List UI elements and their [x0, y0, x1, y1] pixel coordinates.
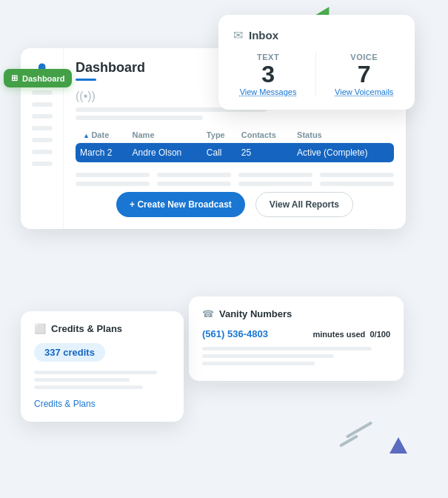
ph-cell-2 — [157, 173, 231, 177]
cell-status: Active (Complete) — [292, 143, 394, 163]
sidebar-item-dashboard[interactable]: ⊞ Dashboard — [4, 69, 72, 87]
ph-row-1 — [76, 173, 394, 177]
inbox-icon: ✉ — [233, 28, 243, 42]
cell-date: March 2 — [76, 143, 128, 163]
vanity-header: ☎ Vanity Numbers — [202, 308, 390, 319]
inbox-divider — [315, 53, 316, 96]
credits-badge: 337 credits — [34, 343, 105, 362]
credits-ph-lines — [34, 371, 170, 389]
inbox-columns: TEXT 3 View Messages VOICE 7 View Voicem… — [233, 53, 400, 96]
credits-card: ⬜ Credits & Plans 337 credits Credits & … — [21, 311, 184, 422]
credits-plans-link[interactable]: Credits & Plans — [34, 399, 96, 409]
ph-cell-6 — [157, 182, 231, 186]
ph-cell-5 — [76, 182, 150, 186]
sidebar-ph-4 — [32, 126, 53, 130]
action-buttons: + Create New Broadcast View All Reports — [76, 192, 394, 217]
ph-line-2 — [76, 116, 203, 120]
inbox-header: ✉ Inbox — [233, 28, 400, 42]
ph-row-2 — [76, 182, 394, 186]
credits-header: ⬜ Credits & Plans — [34, 323, 170, 334]
vanity-number-row: (561) 536-4803 minutes used 0/100 — [202, 328, 390, 339]
phone-icon: ☎ — [202, 308, 214, 319]
credits-title: Credits & Plans — [51, 323, 122, 334]
vanity-card: ☎ Vanity Numbers (561) 536-4803 minutes … — [189, 296, 404, 381]
ph-cell-4 — [320, 173, 394, 177]
col-date-label: Date — [91, 130, 109, 139]
cell-contacts: 25 — [237, 143, 292, 163]
sidebar-ph-5 — [32, 138, 53, 142]
minutes-label: minutes used — [312, 330, 365, 339]
credits-icon: ⬜ — [34, 323, 46, 334]
sidebar-ph-3 — [32, 114, 53, 119]
text-count: 3 — [240, 62, 297, 87]
ph-cell-8 — [320, 182, 394, 186]
vanity-title: Vanity Numbers — [219, 308, 292, 319]
cell-name: Andre Olson — [128, 143, 202, 163]
ph-cell-1 — [76, 173, 150, 177]
vanity-phone-number[interactable]: (561) 536-4803 — [202, 328, 268, 339]
deco-line-1 — [346, 421, 373, 438]
dashboard-grid-icon: ⊞ — [11, 73, 18, 83]
col-name: Name — [128, 127, 202, 143]
sidebar-ph-7 — [32, 162, 53, 166]
col-date: ▲ Date — [76, 127, 128, 143]
vanity-ph-lines — [202, 347, 390, 365]
vanity-minutes: minutes used 0/100 — [312, 330, 390, 339]
ph-cell-3 — [238, 173, 312, 177]
deco-triangle-bottom — [390, 437, 407, 454]
sidebar-active-label: Dashboard — [22, 74, 64, 83]
sidebar-ph-1 — [32, 90, 53, 95]
ph-cell-7 — [238, 182, 312, 186]
credits-ph-1 — [34, 371, 157, 374]
vanity-ph-1 — [202, 347, 372, 351]
sidebar-ph-6 — [32, 150, 53, 154]
col-status: Status — [292, 127, 394, 143]
inbox-text-col: TEXT 3 View Messages — [240, 53, 297, 96]
minutes-value: 0/100 — [370, 330, 390, 339]
title-underline — [76, 79, 96, 81]
sort-icon: ▲ — [83, 132, 91, 139]
view-voicemails-link[interactable]: View Voicemails — [335, 87, 393, 96]
view-reports-button[interactable]: View All Reports — [255, 192, 353, 217]
col-contacts: Contacts — [237, 127, 292, 143]
credits-ph-2 — [34, 378, 130, 382]
voice-count: 7 — [335, 62, 393, 87]
broadcasts-table: ▲ Date Name Type Contacts Status March 2… — [76, 127, 394, 162]
create-broadcast-button[interactable]: + Create New Broadcast — [116, 192, 245, 217]
vanity-ph-2 — [202, 354, 334, 358]
vanity-ph-3 — [202, 362, 315, 365]
credits-ph-3 — [34, 385, 143, 389]
sidebar-ph-2 — [32, 102, 53, 107]
inbox-voice-col: VOICE 7 View Voicemails — [335, 53, 393, 96]
view-messages-link[interactable]: View Messages — [240, 87, 297, 96]
inbox-card: ✉ Inbox TEXT 3 View Messages VOICE 7 Vie… — [218, 15, 415, 110]
col-type: Type — [202, 127, 237, 143]
cell-type: Call — [202, 143, 237, 163]
table-row[interactable]: March 2 Andre Olson Call 25 Active (Comp… — [76, 143, 394, 163]
inbox-title: Inbox — [249, 29, 278, 42]
